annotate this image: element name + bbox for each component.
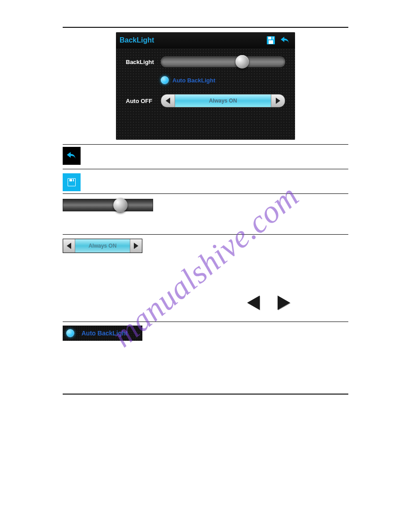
spinner-value: Always ON (175, 94, 271, 107)
chevron-right-icon (276, 98, 280, 104)
screenshot-titlebar: BackLight (116, 32, 295, 49)
chevron-left-icon (166, 98, 170, 104)
auto-backlight-label: Auto BackLight (81, 330, 128, 337)
backlight-label: BackLight (126, 59, 161, 65)
radio-icon (66, 329, 74, 337)
chevron-left-icon (67, 243, 71, 249)
spinner-next[interactable] (271, 94, 285, 107)
legend-auto-backlight-row: Auto BackLight (63, 322, 348, 344)
legend-back-row (63, 145, 348, 167)
save-icon[interactable] (265, 35, 276, 46)
spinner-icon: Always ON (63, 239, 142, 253)
auto-backlight-row[interactable]: Auto BackLight (161, 76, 285, 84)
next-page-icon[interactable] (278, 296, 290, 310)
backlight-slider[interactable] (161, 56, 285, 67)
svg-rect-1 (268, 37, 274, 39)
auto-off-row: Auto OFF Always ON (126, 94, 285, 107)
manual-page: manualshive.com BackLight BackLight (0, 0, 411, 532)
nav-arrows (63, 284, 348, 322)
screenshot-body: BackLight Auto BackLight Auto OFF Always… (116, 48, 295, 140)
slider-thumb[interactable] (235, 55, 249, 69)
chevron-right-icon (134, 243, 138, 249)
screen-title: BackLight (120, 36, 265, 44)
spinner-next (130, 239, 142, 253)
auto-backlight-label: Auto BackLight (172, 77, 215, 84)
device-screenshot: BackLight BackLight Auto BackLight (116, 32, 295, 140)
svg-rect-3 (269, 40, 273, 44)
legend-slider-row (63, 194, 348, 216)
radio-icon[interactable] (161, 76, 169, 84)
save-icon (63, 173, 81, 191)
svg-rect-2 (271, 37, 273, 39)
spinner-prev[interactable] (161, 94, 175, 107)
divider (63, 169, 348, 169)
spinner-prev (63, 239, 75, 253)
divider (63, 394, 348, 395)
svg-rect-6 (69, 179, 74, 181)
prev-page-icon[interactable] (247, 296, 260, 310)
backlight-row: BackLight (126, 56, 285, 67)
divider (63, 27, 348, 28)
spinner-value: Always ON (75, 239, 130, 253)
auto-backlight-badge: Auto BackLight (63, 326, 142, 341)
slider-icon (63, 199, 153, 211)
auto-off-label: Auto OFF (126, 98, 161, 104)
back-icon[interactable] (279, 35, 291, 46)
legend-spinner-row: Always ON (63, 235, 348, 257)
auto-off-spinner[interactable]: Always ON (161, 94, 285, 107)
svg-rect-7 (72, 179, 73, 181)
legend-save-row (63, 171, 348, 193)
back-icon (63, 147, 81, 165)
